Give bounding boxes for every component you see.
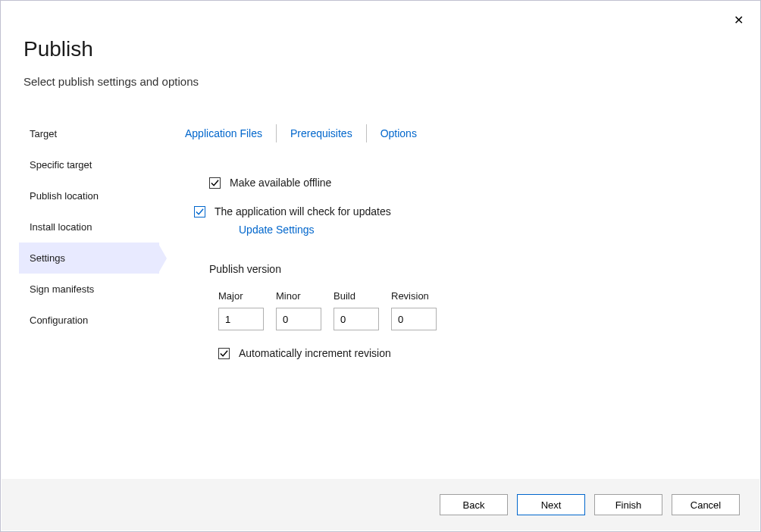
- check-updates-label: The application will check for updates: [215, 205, 391, 217]
- sidebar-item-label: Configuration: [30, 315, 88, 326]
- sidebar-item-label: Target: [30, 128, 57, 139]
- revision-field[interactable]: [391, 308, 437, 330]
- minor-field[interactable]: [276, 308, 321, 330]
- page-title: Publish: [23, 37, 738, 61]
- tab-links: Application Files Prerequisites Options: [185, 124, 760, 142]
- sidebar-item-specific-target[interactable]: Specific target: [19, 149, 159, 180]
- tab-application-files[interactable]: Application Files: [185, 127, 276, 139]
- major-label: Major: [218, 290, 264, 302]
- major-field[interactable]: [218, 308, 264, 330]
- sidebar-item-configuration[interactable]: Configuration: [19, 305, 159, 336]
- minor-label: Minor: [276, 290, 321, 302]
- publish-version-label: Publish version: [209, 263, 760, 275]
- settings-panel: Application Files Prerequisites Options …: [159, 118, 760, 376]
- update-settings-link[interactable]: Update Settings: [239, 224, 315, 236]
- version-fields: Major Minor Build Revision: [218, 290, 760, 330]
- build-label: Build: [334, 290, 379, 302]
- tab-options[interactable]: Options: [367, 127, 431, 139]
- cancel-button[interactable]: Cancel: [672, 494, 740, 515]
- sidebar-item-target[interactable]: Target: [19, 118, 159, 149]
- offline-row: Make available offline: [209, 177, 760, 189]
- sidebar-item-label: Install location: [30, 221, 92, 233]
- page-subtitle: Select publish settings and options: [23, 75, 738, 88]
- check-updates-row: The application will check for updates: [194, 205, 760, 217]
- sidebar-item-install-location[interactable]: Install location: [19, 211, 159, 243]
- wizard-header: Publish Select publish settings and opti…: [1, 1, 760, 88]
- build-field[interactable]: [334, 308, 379, 330]
- offline-label: Make available offline: [230, 177, 331, 189]
- sidebar-item-label: Specific target: [30, 159, 92, 171]
- wizard-sidebar: Target Specific target Publish location …: [19, 118, 159, 376]
- sidebar-item-label: Settings: [30, 252, 65, 264]
- close-icon[interactable]: ✕: [734, 14, 744, 27]
- revision-label: Revision: [391, 290, 437, 302]
- auto-increment-row: Automatically increment revision: [218, 347, 760, 359]
- auto-increment-label: Automatically increment revision: [239, 347, 391, 359]
- tab-prerequisites[interactable]: Prerequisites: [277, 127, 366, 139]
- back-button[interactable]: Back: [440, 494, 508, 515]
- next-button[interactable]: Next: [517, 494, 585, 515]
- sidebar-item-publish-location[interactable]: Publish location: [19, 180, 159, 211]
- sidebar-item-sign-manifests[interactable]: Sign manifests: [19, 274, 159, 305]
- sidebar-item-label: Sign manifests: [30, 283, 94, 295]
- auto-increment-checkbox[interactable]: [218, 348, 230, 359]
- sidebar-item-settings[interactable]: Settings: [19, 243, 159, 274]
- wizard-footer: Back Next Finish Cancel: [2, 479, 759, 530]
- check-updates-checkbox[interactable]: [194, 206, 205, 217]
- offline-checkbox[interactable]: [209, 177, 221, 189]
- sidebar-item-label: Publish location: [30, 190, 99, 202]
- finish-button[interactable]: Finish: [594, 494, 662, 515]
